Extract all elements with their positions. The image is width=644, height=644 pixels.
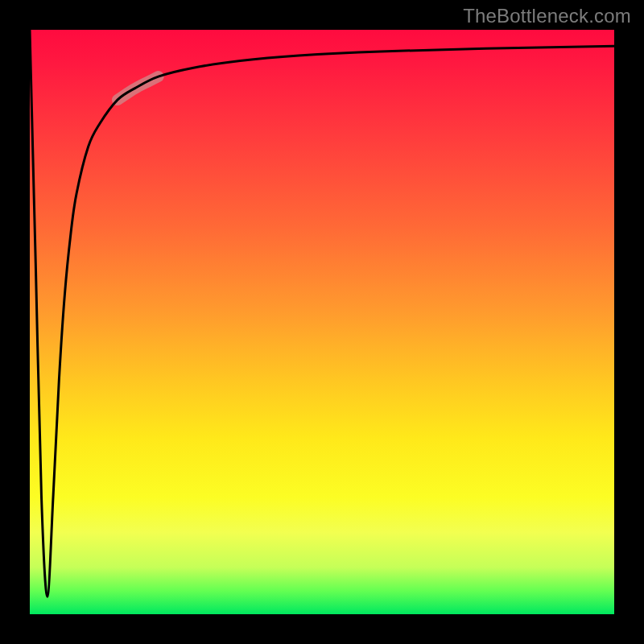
watermark-text: TheBottleneck.com — [463, 5, 631, 27]
bottleneck-curve — [30, 30, 614, 597]
curve-svg — [30, 30, 614, 614]
chart-frame: TheBottleneck.com — [0, 0, 644, 644]
plot-area — [30, 30, 614, 614]
